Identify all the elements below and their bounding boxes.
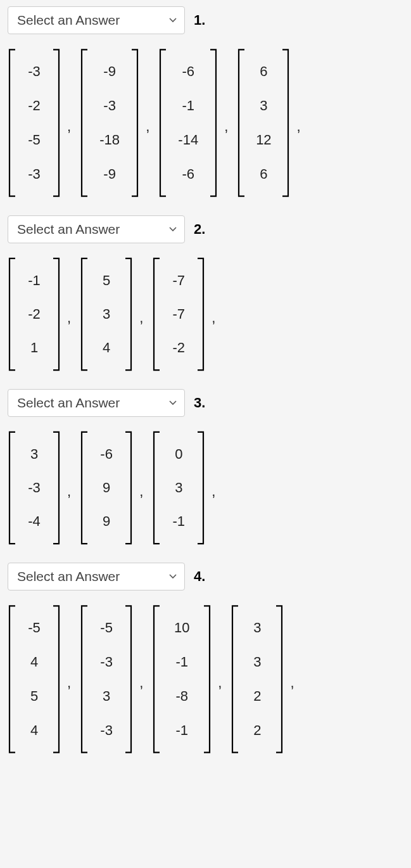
column-vector: 3322 (231, 604, 284, 754)
vector-separator: , (133, 310, 152, 326)
vector-entries: -6-1-14-6 (167, 48, 209, 198)
vector-entry: -5 (22, 124, 47, 156)
vector-entry: -6 (94, 438, 119, 470)
column-vector: 534 (80, 257, 133, 371)
answer-select-placeholder: Select an Answer (17, 395, 120, 411)
left-bracket-icon (80, 604, 89, 754)
right-bracket-icon (124, 431, 133, 545)
vector-entry: -1 (166, 646, 198, 678)
vector-entry: -1 (166, 506, 191, 537)
vector-entry: -18 (94, 124, 125, 156)
vector-entry: -2 (166, 332, 191, 364)
vector-entry: 3 (244, 646, 270, 678)
vector-entry: 5 (22, 680, 47, 712)
vector-item: -5-33-3, (80, 604, 152, 754)
vector-item: 3-3-4, (8, 431, 80, 545)
question-block: Select an Answer2.-1-21,534,-7-7-2, (8, 215, 403, 371)
vector-entry: 3 (244, 612, 270, 644)
vector-separator: , (218, 118, 237, 135)
column-vector: -6-1-14-6 (158, 48, 218, 198)
vector-entry: 3 (22, 438, 47, 470)
left-bracket-icon (152, 431, 161, 545)
vector-entry: -3 (22, 158, 47, 190)
question-header: Select an Answer4. (8, 563, 403, 590)
vector-entry: -3 (22, 56, 47, 87)
left-bracket-icon (158, 48, 167, 198)
vector-entries: -699 (89, 431, 124, 545)
vector-entries: 534 (89, 257, 124, 371)
vector-item: -9-3-18-9, (80, 48, 158, 198)
left-bracket-icon (8, 604, 16, 754)
vector-entry: -7 (166, 298, 191, 330)
vector-entry: -1 (22, 265, 47, 297)
vector-separator: , (61, 118, 80, 135)
vector-separator: , (212, 675, 231, 691)
question-number: 4. (194, 568, 205, 585)
vector-separator: , (290, 118, 309, 135)
vector-item: -3-2-5-3, (8, 48, 80, 198)
vector-entry: -4 (22, 506, 47, 537)
vector-entries: -3-2-5-3 (16, 48, 52, 198)
left-bracket-icon (80, 257, 89, 371)
left-bracket-icon (80, 431, 89, 545)
vector-entries: 03-1 (161, 431, 196, 545)
left-bracket-icon (152, 604, 161, 754)
vector-item: 10-1-8-1, (152, 604, 231, 754)
answer-select[interactable]: Select an Answer (8, 215, 185, 243)
vector-separator: , (61, 310, 80, 326)
left-bracket-icon (8, 431, 16, 545)
vector-separator: , (133, 483, 152, 500)
answer-select[interactable]: Select an Answer (8, 563, 185, 590)
vector-entry: -2 (22, 90, 47, 122)
vector-separator: , (133, 675, 152, 691)
vector-entry: 4 (22, 646, 47, 678)
answer-select[interactable]: Select an Answer (8, 6, 185, 34)
vector-item: 3322, (231, 604, 303, 754)
vector-entry: -3 (94, 90, 125, 122)
vector-entry: -3 (94, 646, 119, 678)
vector-entry: -6 (172, 56, 204, 87)
right-bracket-icon (52, 431, 61, 545)
answer-select-placeholder: Select an Answer (17, 569, 120, 584)
vector-item: 03-1, (152, 431, 224, 545)
chevron-down-icon (168, 395, 178, 411)
question-number: 3. (194, 395, 205, 411)
column-vector: -1-21 (8, 257, 61, 371)
chevron-down-icon (168, 569, 178, 584)
vector-entry: 2 (244, 680, 270, 712)
vector-entry: -2 (22, 298, 47, 330)
left-bracket-icon (8, 257, 16, 371)
vector-entry: 2 (244, 715, 270, 746)
vector-entry: -3 (94, 715, 119, 746)
vector-entry: -14 (172, 124, 204, 156)
vector-separator: , (205, 310, 224, 326)
right-bracket-icon (209, 48, 218, 198)
chevron-down-icon (168, 13, 178, 28)
vector-entry: -7 (166, 265, 191, 297)
question-block: Select an Answer4.-5454,-5-33-3,10-1-8-1… (8, 563, 403, 754)
vector-item: -1-21, (8, 257, 80, 371)
left-bracket-icon (237, 48, 246, 198)
vector-entries: -1-21 (16, 257, 52, 371)
vector-entries: -9-3-18-9 (89, 48, 130, 198)
right-bracket-icon (124, 257, 133, 371)
answer-select[interactable]: Select an Answer (8, 389, 185, 417)
vector-item: 63126, (237, 48, 309, 198)
question-block: Select an Answer3.3-3-4,-699,03-1, (8, 389, 403, 545)
question-number: 1. (194, 12, 205, 29)
vector-entry: 5 (94, 265, 119, 297)
left-bracket-icon (152, 257, 161, 371)
right-bracket-icon (52, 604, 61, 754)
vector-entry: 6 (251, 56, 276, 87)
vector-separator: , (284, 675, 303, 691)
vector-entry: 3 (94, 680, 119, 712)
question-header: Select an Answer1. (8, 6, 403, 34)
left-bracket-icon (8, 48, 16, 198)
vector-entry: 0 (166, 438, 191, 470)
right-bracket-icon (196, 257, 205, 371)
right-bracket-icon (275, 604, 284, 754)
vectors-row: 3-3-4,-699,03-1, (8, 431, 403, 545)
vector-item: -6-1-14-6, (158, 48, 237, 198)
column-vector: -3-2-5-3 (8, 48, 61, 198)
column-vector: 10-1-8-1 (152, 604, 212, 754)
